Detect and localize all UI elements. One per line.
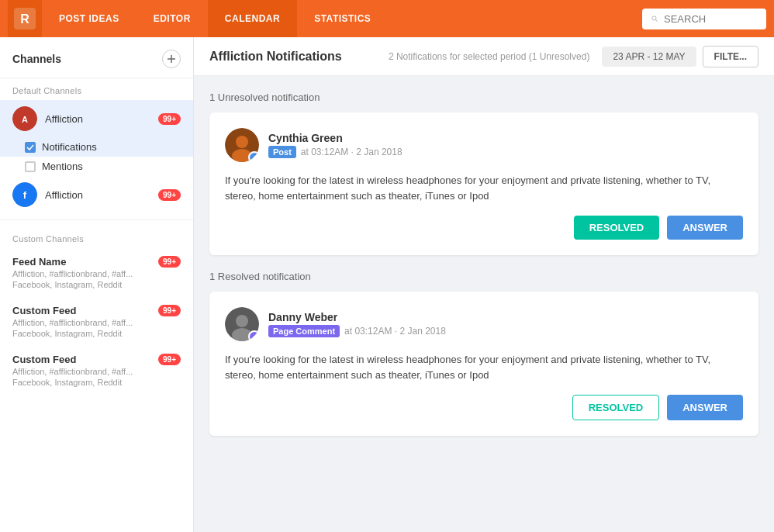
search-input[interactable] — [664, 13, 757, 25]
answer-button-1[interactable]: ANSWER — [667, 216, 743, 240]
custom-channel-3[interactable]: Custom Feed 99+ Affliction, #afflictionb… — [0, 346, 193, 395]
search-box — [642, 9, 766, 29]
nav-post-ideas[interactable]: POST IDEAS — [42, 0, 136, 37]
resolved-button-1[interactable]: RESOLVED — [574, 216, 660, 240]
sidebar-header: Channels — [0, 37, 193, 78]
svg-point-11 — [236, 136, 248, 148]
nav-editor[interactable]: EDITOR — [136, 0, 208, 37]
user-timestamp-1: at 03:12AM · 2 Jan 2018 — [301, 147, 403, 157]
platform-badge-2: P — [248, 330, 259, 341]
custom-channel-badge-1: 99+ — [158, 256, 181, 268]
nav-statistics[interactable]: STATISTICS — [297, 0, 388, 37]
content-header: Affliction Notifications 2 Notifications… — [194, 37, 774, 76]
answer-button-2[interactable]: ANSWER — [667, 395, 743, 420]
resolved-label: 1 Resolved notification — [209, 271, 758, 282]
post-type-badge-1: Post — [268, 146, 296, 158]
custom-channel-badge-2: 99+ — [158, 305, 181, 316]
top-nav: R POST IDEAS EDITOR CALENDAR STATISTICS — [0, 0, 774, 37]
sidebar: Channels Default Channels A Affliction 9… — [0, 37, 194, 532]
custom-channel-2[interactable]: Custom Feed 99+ Affliction, #afflictionb… — [0, 297, 193, 346]
sub-channel-mentions[interactable]: Mentions — [0, 157, 193, 176]
user-name-2: Danny Weber — [268, 311, 743, 323]
svg-point-15 — [236, 315, 248, 327]
user-timestamp-2: at 03:12AM · 2 Jan 2018 — [344, 326, 446, 337]
page-title: Affliction Notifications — [209, 50, 389, 64]
main-layout: Channels Default Channels A Affliction 9… — [0, 37, 774, 532]
notification-user-1: f Cynthia Green Post at 03:12AM · 2 Jan … — [225, 128, 743, 162]
svg-text:A: A — [22, 115, 28, 124]
notification-actions-2: RESOLVED ANSWER — [225, 395, 743, 420]
custom-channel-name-2: Custom Feed — [12, 305, 76, 316]
post-type-badge-2: Page Comment — [268, 325, 340, 337]
svg-line-3 — [655, 19, 657, 21]
content-area: Affliction Notifications 2 Notifications… — [194, 37, 774, 532]
mentions-checkbox[interactable] — [25, 161, 36, 172]
sub-channel-notifications[interactable]: Notifications — [0, 137, 193, 157]
resolved-button-2[interactable]: RESOLVED — [572, 395, 660, 420]
custom-channel-tags-2b: Facebook, Instagram, Reddit — [12, 329, 181, 338]
sub-channel-mentions-label: Mentions — [42, 161, 83, 172]
channel-affliction-1[interactable]: A Affliction 99+ — [0, 100, 193, 137]
user-info-1: Cynthia Green Post at 03:12AM · 2 Jan 20… — [268, 132, 743, 158]
custom-channels-label: Custom Channels — [0, 226, 193, 248]
custom-channel-feed-name[interactable]: Feed Name 99+ Affliction, #afflictionbra… — [0, 248, 193, 297]
add-channel-button[interactable] — [162, 50, 181, 68]
logo[interactable]: R — [8, 0, 42, 37]
user-avatar-1: f — [225, 128, 259, 162]
platform-badge-1: f — [248, 151, 259, 162]
notification-actions-1: RESOLVED ANSWER — [225, 216, 743, 240]
search-icon — [651, 13, 658, 24]
user-name-1: Cynthia Green — [268, 132, 743, 144]
sidebar-title: Channels — [12, 53, 61, 65]
svg-text:f: f — [23, 189, 27, 201]
notifications-checkbox[interactable] — [25, 142, 36, 153]
channel-avatar-affliction-2: f — [12, 182, 37, 207]
custom-channel-name-3: Custom Feed — [12, 354, 76, 365]
svg-text:f: f — [254, 155, 256, 161]
channel-badge-affliction-2: 99+ — [158, 189, 181, 201]
notification-card-2: P Danny Weber Page Comment at 03:12AM · … — [209, 292, 758, 436]
channel-affliction-2[interactable]: f Affliction 99+ — [0, 176, 193, 213]
user-avatar-2: P — [225, 307, 259, 341]
notification-text-2: If you're looking for the latest in wire… — [225, 352, 743, 382]
default-channels-label: Default Channels — [0, 78, 193, 100]
notification-text-1: If you're looking for the latest in wire… — [225, 173, 743, 203]
svg-text:P: P — [253, 335, 256, 340]
channel-name-affliction-2: Affliction — [45, 189, 158, 201]
filter-button[interactable]: FILTE... — [703, 46, 758, 67]
custom-channel-tags-1: Affliction, #afflictionbrand, #aff... — [12, 269, 181, 278]
notifications-count: 2 Notifications for selected period (1 U… — [389, 51, 589, 62]
channel-avatar-affliction-1: A — [12, 106, 37, 131]
custom-channel-tags-2: Affliction, #afflictionbrand, #aff... — [12, 318, 181, 327]
notification-card-1: f Cynthia Green Post at 03:12AM · 2 Jan … — [209, 112, 758, 255]
custom-channel-name-1: Feed Name — [12, 256, 66, 268]
user-info-2: Danny Weber Page Comment at 03:12AM · 2 … — [268, 311, 743, 337]
nav-calendar[interactable]: CALENDAR — [208, 0, 297, 37]
custom-channel-badge-3: 99+ — [158, 354, 181, 365]
custom-channel-tags-1b: Facebook, Instagram, Reddit — [12, 280, 181, 289]
date-range-button[interactable]: 23 APR - 12 MAY — [602, 47, 696, 67]
custom-channel-tags-3: Affliction, #afflictionbrand, #aff... — [12, 367, 181, 376]
channel-badge-affliction-1: 99+ — [158, 113, 181, 125]
notification-user-2: P Danny Weber Page Comment at 03:12AM · … — [225, 307, 743, 341]
svg-text:R: R — [20, 12, 29, 26]
channel-name-affliction-1: Affliction — [45, 113, 158, 125]
unresolved-label: 1 Unresolved notification — [209, 92, 758, 103]
sub-channel-notifications-label: Notifications — [42, 141, 97, 153]
custom-channel-tags-3b: Facebook, Instagram, Reddit — [12, 378, 181, 387]
